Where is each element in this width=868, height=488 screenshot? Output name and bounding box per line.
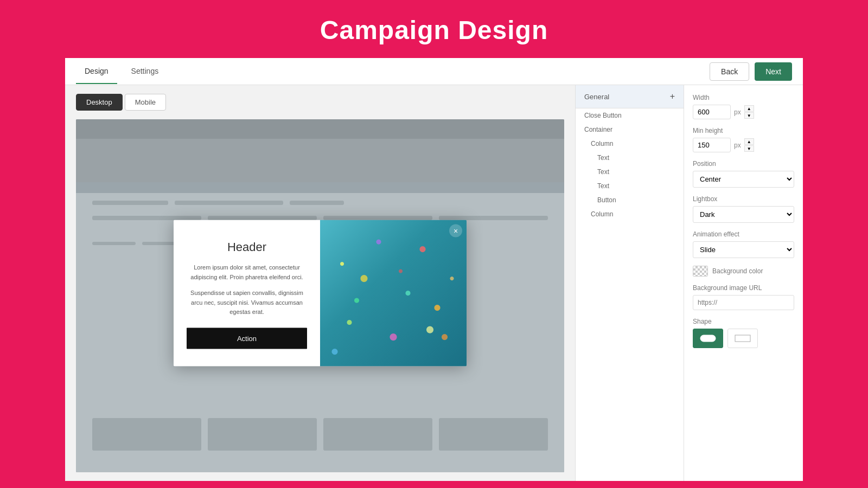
shape-square-button[interactable] — [727, 329, 758, 348]
tree-item-container[interactable]: Container — [576, 123, 684, 137]
tab-bar: Design Settings Back Next — [65, 58, 803, 85]
position-group: Position Center Top Bottom Left Right — [693, 160, 794, 188]
tree-header-label: General — [584, 93, 609, 101]
tab-settings[interactable]: Settings — [123, 59, 168, 84]
bg-color-group: Background color — [693, 266, 794, 277]
width-spinner: ▲ ▼ — [744, 105, 754, 119]
animation-select[interactable]: Slide Fade Bounce None — [693, 241, 794, 258]
popup-modal: Header Lorem ipsum dolor sit amet, conse… — [174, 220, 467, 366]
tree-item-text-2[interactable]: Text — [576, 165, 684, 179]
popup-body-1: Lorem ipsum dolor sit amet, consectetur … — [187, 263, 307, 282]
bg-color-label: Background color — [712, 267, 763, 275]
top-header: Campaign Design — [0, 0, 868, 58]
shape-options — [693, 329, 794, 348]
tree-item-close-button[interactable]: Close Button — [576, 108, 684, 123]
tree-item-text-1[interactable]: Text — [576, 151, 684, 165]
tree-item-column-2[interactable]: Column — [576, 207, 684, 221]
tree-item-button[interactable]: Button — [576, 193, 684, 207]
min-height-decrement[interactable]: ▼ — [744, 145, 754, 152]
popup-close-button[interactable]: × — [449, 224, 462, 237]
width-group: Width px ▲ ▼ — [693, 94, 794, 119]
svg-rect-0 — [700, 335, 716, 342]
tree-item-column-1[interactable]: Column — [576, 137, 684, 151]
popup-right-panel: × — [320, 220, 467, 366]
shape-group: Shape — [693, 318, 794, 348]
bg-color-swatch[interactable] — [693, 266, 708, 277]
tree-item-text-3[interactable]: Text — [576, 179, 684, 193]
position-select[interactable]: Center Top Bottom Left Right — [693, 171, 794, 188]
svg-rect-1 — [735, 335, 750, 342]
main-container: Design Settings Back Next Desktop Mobile — [65, 58, 803, 481]
popup-body-2: Suspendisse ut sapien convallis, digniss… — [187, 288, 307, 317]
position-label: Position — [693, 160, 794, 168]
width-input[interactable] — [693, 105, 731, 119]
min-height-increment[interactable]: ▲ — [744, 138, 754, 145]
preview-area: Header Lorem ipsum dolor sit amet, conse… — [76, 119, 564, 472]
width-label: Width — [693, 94, 794, 101]
bg-image-label: Background image URL — [693, 284, 794, 292]
min-height-unit: px — [734, 142, 741, 149]
content-area: Desktop Mobile — [65, 85, 803, 481]
width-unit: px — [734, 108, 741, 116]
lightbox-select[interactable]: Dark Light None — [693, 206, 794, 223]
fake-nav — [76, 119, 564, 139]
desktop-view-button[interactable]: Desktop — [76, 94, 123, 111]
animation-label: Animation effect — [693, 230, 794, 238]
fake-hero — [76, 139, 564, 182]
popup-left-panel: Header Lorem ipsum dolor sit amet, conse… — [174, 220, 320, 366]
tab-actions: Back Next — [710, 62, 792, 81]
back-button[interactable]: Back — [710, 62, 749, 81]
mobile-view-button[interactable]: Mobile — [125, 94, 166, 111]
tree-panel: General + Close Button Container Column … — [575, 85, 684, 481]
page-title: Campaign Design — [0, 15, 868, 45]
min-height-spinner: ▲ ▼ — [744, 138, 754, 152]
popup-header: Header — [227, 240, 266, 254]
lightbox-label: Lightbox — [693, 195, 794, 203]
left-panel: Desktop Mobile — [65, 85, 575, 481]
shape-label: Shape — [693, 318, 794, 325]
tree-header: General + — [576, 85, 684, 108]
width-increment[interactable]: ▲ — [744, 105, 754, 112]
lightbox-group: Lightbox Dark Light None — [693, 195, 794, 223]
rounded-shape-icon — [699, 334, 717, 343]
shape-rounded-button[interactable] — [693, 329, 723, 348]
bg-image-input[interactable] — [693, 295, 794, 310]
bg-image-group: Background image URL — [693, 284, 794, 310]
view-toggle: Desktop Mobile — [76, 94, 564, 111]
width-decrement[interactable]: ▼ — [744, 112, 754, 119]
square-shape-icon — [734, 334, 751, 343]
bottom-grid — [92, 418, 548, 451]
animation-group: Animation effect Slide Fade Bounce None — [693, 230, 794, 258]
next-button[interactable]: Next — [755, 62, 792, 81]
tab-design[interactable]: Design — [76, 59, 117, 84]
min-height-input[interactable] — [693, 138, 731, 152]
min-height-label: Min height — [693, 127, 794, 134]
properties-panel: Width px ▲ ▼ Min height px ▲ — [684, 85, 803, 481]
min-height-group: Min height px ▲ ▼ — [693, 127, 794, 152]
add-icon[interactable]: + — [670, 92, 675, 101]
popup-action-button[interactable]: Action — [187, 328, 307, 349]
